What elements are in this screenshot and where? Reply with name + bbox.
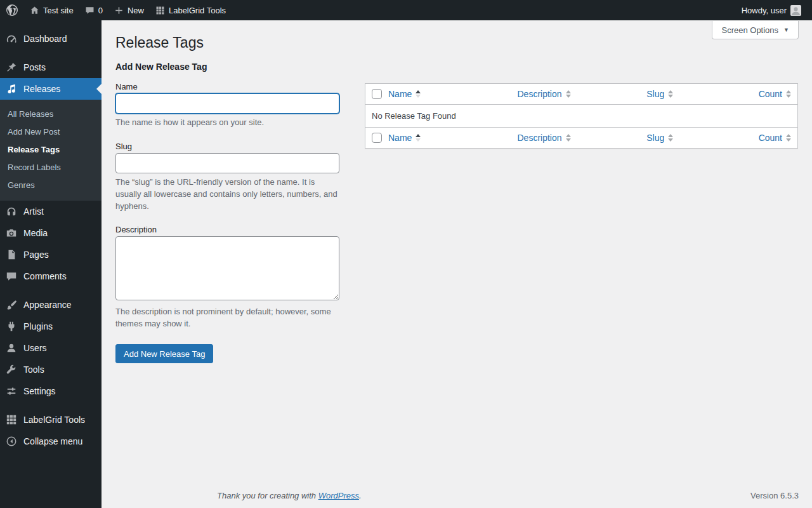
user-avatar (790, 5, 801, 16)
sidebar-item-label: Tools (23, 364, 44, 375)
sidebar-item-plugins[interactable]: Plugins (0, 316, 102, 337)
select-all-checkbox-bottom[interactable] (372, 133, 382, 143)
column-header-count: Count (759, 89, 782, 99)
admin-sidebar: Dashboard Posts Releases All Releases Ad… (0, 20, 102, 508)
admin-bar: Test site 0 New LabelGrid Tools Howdy, u… (0, 0, 812, 20)
release-tags-table: Name Description (365, 83, 798, 149)
caret-down-icon: ▼ (783, 27, 789, 33)
releases-submenu: All Releases Add New Post Release Tags R… (0, 100, 102, 201)
sidebar-item-releases[interactable]: Releases (0, 78, 102, 100)
menu-separator (0, 287, 102, 294)
sort-by-slug[interactable]: Slug (646, 89, 673, 99)
sortable-icon (668, 90, 673, 98)
dashboard-icon (5, 32, 18, 45)
submenu-item-release-tags[interactable]: Release Tags (0, 141, 102, 159)
sidebar-item-media[interactable]: Media (0, 222, 102, 244)
submenu-item-all-releases[interactable]: All Releases (0, 105, 102, 123)
plugin-icon (5, 320, 18, 333)
sidebar-item-label: Collapse menu (23, 436, 82, 446)
select-all-checkbox-top[interactable] (372, 89, 382, 99)
sidebar-item-artist[interactable]: Artist (0, 201, 102, 222)
sidebar-item-label: Settings (23, 386, 56, 396)
media-icon (5, 227, 18, 239)
home-icon (30, 6, 39, 15)
description-help-text: The description is not prominent by defa… (115, 306, 339, 330)
grid-icon (5, 413, 18, 426)
wordpress-link[interactable]: WordPress (318, 491, 359, 500)
slug-label: Slug (115, 142, 339, 151)
submenu-item-record-labels[interactable]: Record Labels (0, 159, 102, 177)
slug-input[interactable] (115, 153, 339, 173)
labelgrid-tools-menu[interactable]: LabelGrid Tools (150, 0, 232, 20)
column-footer-description: Description (518, 133, 562, 143)
comments-count: 0 (98, 6, 103, 15)
sidebar-item-label: Dashboard (23, 34, 67, 44)
sidebar-item-comments[interactable]: Comments (0, 265, 102, 287)
sidebar-item-appearance[interactable]: Appearance (0, 294, 102, 316)
sidebar-item-collapse-menu[interactable]: Collapse menu (0, 431, 102, 452)
wordpress-logo-icon (6, 4, 18, 17)
form-heading: Add New Release Tag (115, 62, 339, 72)
sidebar-item-label: LabelGrid Tools (23, 415, 85, 425)
description-textarea[interactable] (115, 236, 339, 300)
menu-separator (0, 50, 102, 57)
admin-footer: Thank you for creating with WordPress. V… (217, 491, 799, 500)
sidebar-item-label: Posts (23, 62, 46, 72)
sliders-icon (5, 385, 18, 398)
sort-by-slug-footer[interactable]: Slug (646, 133, 673, 143)
main-content-area: Screen Options ▼ Release Tags Add New Re… (102, 20, 812, 508)
sidebar-item-labelgrid-tools[interactable]: LabelGrid Tools (0, 409, 102, 431)
sidebar-item-dashboard[interactable]: Dashboard (0, 28, 102, 50)
user-icon (5, 342, 18, 354)
sort-ascending-icon (416, 90, 421, 98)
sort-by-count-footer[interactable]: Count (759, 133, 791, 143)
version-text: Version 6.5.3 (750, 491, 799, 500)
sidebar-item-label: Comments (23, 271, 67, 281)
sort-by-description-footer[interactable]: Description (518, 133, 571, 143)
sort-by-name[interactable]: Name (388, 89, 421, 99)
music-note-icon (5, 83, 18, 95)
column-header-slug: Slug (646, 89, 664, 99)
submenu-item-genres[interactable]: Genres (0, 177, 102, 194)
name-input[interactable] (115, 93, 339, 114)
my-account-menu[interactable]: Howdy, user (736, 0, 807, 20)
name-help-text: The name is how it appears on your site. (115, 117, 339, 129)
sort-by-description[interactable]: Description (518, 89, 571, 99)
sidebar-item-label: Artist (23, 206, 44, 217)
sidebar-item-users[interactable]: Users (0, 337, 102, 359)
screen-options-button[interactable]: Screen Options ▼ (712, 21, 799, 39)
site-name-label: Test site (43, 6, 74, 15)
new-content-menu[interactable]: New (108, 0, 150, 20)
labelgrid-label: LabelGrid Tools (169, 6, 226, 15)
sortable-icon (668, 134, 673, 142)
column-footer-count: Count (759, 133, 782, 143)
add-new-release-tag-button[interactable]: Add New Release Tag (115, 344, 213, 363)
screen-options-label: Screen Options (721, 25, 778, 35)
submenu-item-add-new-post[interactable]: Add New Post (0, 123, 102, 141)
description-label: Description (115, 225, 339, 234)
howdy-label: Howdy, user (742, 6, 787, 15)
sidebar-item-posts[interactable]: Posts (0, 57, 102, 78)
sort-by-count[interactable]: Count (759, 89, 791, 99)
comment-icon (85, 6, 95, 15)
sidebar-item-label: Plugins (23, 321, 53, 331)
site-name-menu[interactable]: Test site (24, 0, 79, 20)
name-label: Name (115, 82, 339, 91)
sidebar-item-tools[interactable]: Tools (0, 359, 102, 380)
comment-bubble-icon (5, 270, 18, 283)
page-icon (5, 248, 18, 261)
pushpin-icon (5, 61, 18, 74)
headphones-icon (5, 205, 18, 218)
wordpress-menu[interactable] (0, 0, 24, 20)
sort-ascending-icon (416, 134, 421, 142)
sort-by-name-footer[interactable]: Name (388, 133, 421, 143)
column-footer-slug: Slug (646, 133, 664, 143)
comments-menu[interactable]: 0 (79, 0, 108, 20)
sidebar-item-settings[interactable]: Settings (0, 380, 102, 402)
column-footer-name: Name (388, 133, 412, 143)
column-header-name: Name (388, 89, 412, 99)
sidebar-item-label: Users (23, 343, 47, 353)
wrench-icon (5, 363, 18, 376)
sidebar-item-pages[interactable]: Pages (0, 244, 102, 265)
sidebar-item-label: Pages (23, 250, 49, 260)
